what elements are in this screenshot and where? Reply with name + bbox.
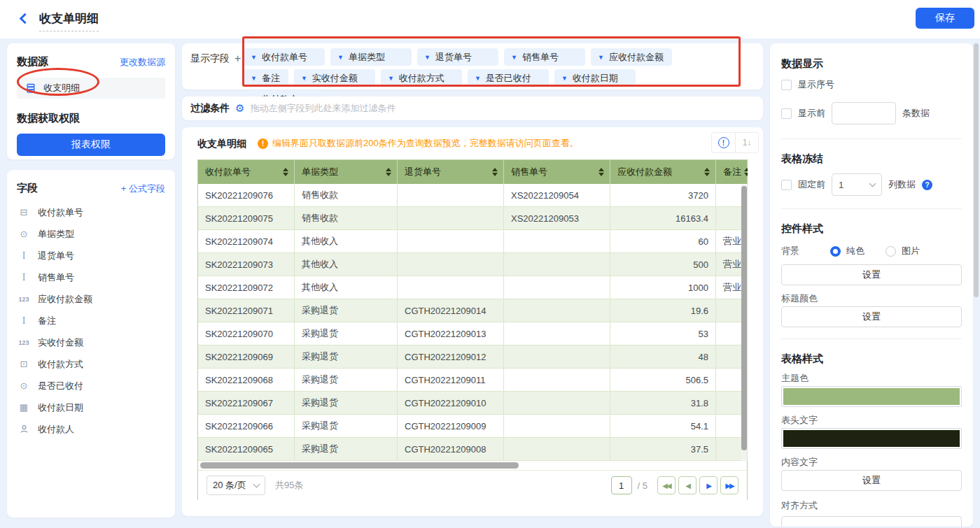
solid-color-radio[interactable]: [830, 246, 841, 257]
chevron-down-icon: [253, 481, 260, 488]
field-item[interactable]: 收付款人: [7, 418, 175, 440]
last-page-button[interactable]: ▶▶: [720, 476, 738, 494]
change-datasource-link[interactable]: 更改数据源: [120, 56, 165, 69]
display-field-chip[interactable]: ▼销售单号: [504, 48, 585, 66]
display-field-chip[interactable]: ▼是否已收付: [468, 69, 549, 87]
filter-settings-gear-icon[interactable]: ⚙: [235, 102, 244, 115]
background-set-button[interactable]: 设置: [781, 264, 962, 285]
chip-label: 收付款单号: [262, 51, 307, 64]
display-field-chip[interactable]: ▼应收付款金额: [591, 48, 672, 66]
field-item[interactable]: I退货单号: [7, 245, 175, 266]
align-label: 对齐方式: [781, 499, 962, 512]
show-top-before-label: 显示前: [798, 107, 825, 120]
display-field-chip[interactable]: ▼实收付金额: [294, 69, 375, 87]
field-item[interactable]: ⊟收付款单号: [7, 201, 175, 223]
freeze-checkbox[interactable]: [781, 180, 792, 190]
page-number-input[interactable]: 1: [611, 476, 632, 494]
chevron-down-icon: ▼: [388, 75, 394, 82]
image-radio[interactable]: [886, 246, 896, 257]
total-count: 共95条: [275, 479, 303, 492]
field-item[interactable]: I销售单号: [7, 266, 175, 288]
show-top-checkbox[interactable]: [781, 108, 792, 119]
field-item[interactable]: ⊙单据类型: [7, 223, 175, 245]
column-header[interactable]: 备注: [716, 160, 748, 184]
freeze-title: 表格冻结: [781, 152, 962, 166]
chip-label: 收付款方式: [399, 72, 444, 85]
table-cell: [504, 299, 610, 322]
title-color-set-button[interactable]: 设置: [781, 306, 962, 327]
field-item[interactable]: I备注: [7, 310, 175, 331]
column-header[interactable]: 退货单号: [398, 160, 504, 184]
table-cell: 506.5: [610, 369, 716, 392]
chevron-down-icon: ▼: [337, 54, 344, 61]
next-page-button[interactable]: ▶: [699, 476, 718, 494]
show-top-count-input[interactable]: [832, 102, 896, 124]
column-header-label: 单据类型: [302, 166, 338, 178]
display-field-chip[interactable]: ▼备注: [244, 69, 288, 87]
field-item[interactable]: ▦收付款日期: [7, 397, 175, 418]
field-item[interactable]: ⊙是否已收付: [7, 375, 175, 397]
save-button[interactable]: 保存: [916, 8, 974, 29]
display-field-chip[interactable]: ▼收付款日期: [554, 69, 636, 87]
help-icon[interactable]: ?: [922, 180, 932, 190]
chip-label: 收付款日期: [573, 72, 618, 85]
background-label: 背景: [781, 245, 825, 257]
sort-order-icon: 1↓: [743, 138, 752, 148]
table-cell: SK20221209076: [198, 184, 295, 207]
chip-label: 退货单号: [435, 51, 472, 64]
text-icon: I: [17, 315, 31, 327]
column-header[interactable]: 收付款单号: [198, 160, 295, 184]
horizontal-scroll-thumb[interactable]: [200, 462, 519, 469]
display-field-chip[interactable]: ▼单据类型: [330, 48, 412, 66]
info-button[interactable]: !: [712, 133, 735, 152]
sort-icon[interactable]: [704, 168, 710, 176]
table-cell: 其他收入: [295, 230, 398, 253]
back-icon[interactable]: [20, 13, 31, 24]
table-cell: CGTH20221209011: [398, 369, 504, 392]
sort-order-button[interactable]: 1↓: [735, 133, 758, 152]
theme-color-swatch[interactable]: [781, 386, 962, 407]
report-permission-button[interactable]: 报表权限: [17, 134, 165, 156]
datasource-item[interactable]: 收支明细: [17, 78, 165, 99]
field-item[interactable]: 123实收付金额: [7, 331, 175, 353]
page-size-select[interactable]: 20 条/页: [206, 476, 265, 495]
field-item-label: 备注: [38, 315, 56, 327]
vertical-scroll-thumb[interactable]: [741, 186, 747, 450]
header-text-swatch[interactable]: [781, 428, 962, 449]
date-icon: ▦: [17, 402, 31, 413]
column-header[interactable]: 销售单号: [504, 160, 610, 184]
content-text-set-button[interactable]: 设置: [781, 470, 962, 491]
display-field-chip[interactable]: ▼收付款方式: [381, 69, 462, 87]
table-cell: [398, 276, 504, 299]
display-field-chip[interactable]: ▼退货单号: [417, 48, 498, 66]
add-formula-field-link[interactable]: + 公式字段: [121, 183, 165, 195]
align-control-partial[interactable]: [781, 516, 962, 527]
add-display-field-button[interactable]: +: [234, 52, 241, 65]
column-header[interactable]: 应收付款金额: [610, 160, 716, 184]
show-index-checkbox[interactable]: [781, 80, 792, 90]
display-field-chip[interactable]: ▼收付款单号: [244, 48, 325, 66]
datasource-item-label: 收支明细: [43, 82, 80, 94]
freeze-count-select[interactable]: 1: [832, 173, 882, 196]
first-page-button[interactable]: ◀◀: [657, 476, 676, 494]
table-cell: [504, 438, 610, 461]
chevron-down-icon: ▼: [598, 54, 604, 61]
filter-dropzone-placeholder[interactable]: 拖动左侧字段到此处来添加过滤条件: [250, 102, 396, 115]
field-item[interactable]: ⊡收付款方式: [7, 353, 175, 375]
chevron-down-icon: ▼: [301, 75, 307, 82]
table-cell: 500: [610, 253, 716, 276]
sort-icon[interactable]: [386, 168, 391, 176]
table-cell: SK20221209074: [198, 230, 295, 253]
page-scrollbar[interactable]: [974, 43, 979, 297]
sort-icon[interactable]: [598, 168, 604, 176]
sort-icon[interactable]: [283, 168, 288, 176]
sort-icon[interactable]: [744, 168, 748, 176]
sort-icon[interactable]: [492, 168, 498, 176]
divider: [781, 338, 962, 339]
table-row: SK20221209068采购退货CGTH20221209011506.5: [198, 369, 747, 392]
table-vertical-scrollbar[interactable]: [741, 185, 747, 461]
column-header[interactable]: 单据类型: [295, 160, 398, 184]
table-horizontal-scrollbar[interactable]: [198, 461, 747, 470]
prev-page-button[interactable]: ◀: [678, 476, 696, 494]
field-item[interactable]: 123应收付款金额: [7, 288, 175, 310]
